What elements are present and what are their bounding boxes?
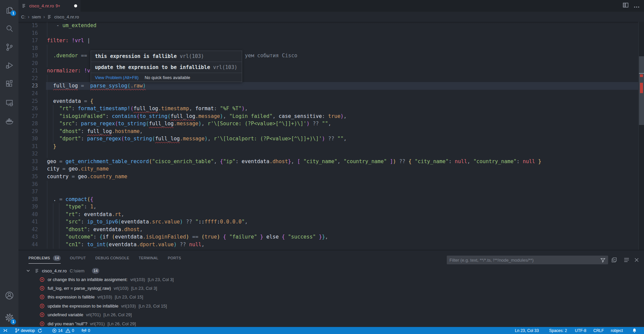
radio-tower-icon bbox=[82, 328, 87, 333]
cursor-position[interactable]: Ln 23, Col 33 bbox=[515, 327, 539, 334]
extensions-icon[interactable] bbox=[0, 76, 18, 91]
code-line-35[interactable]: 35country = geo.country_name bbox=[18, 173, 638, 181]
settings-gear-icon[interactable]: 1 bbox=[0, 310, 18, 325]
line-number: 36 bbox=[18, 181, 38, 188]
code-line-31[interactable]: 31 } bbox=[18, 143, 638, 150]
line-number: 15 bbox=[18, 22, 38, 29]
problems-filter-input[interactable]: Filter (e.g. text, **/*.ts, !**/node_mod… bbox=[447, 256, 608, 264]
line-number: 20 bbox=[18, 60, 38, 67]
breadcrumb-file[interactable]: cisco_4.nr.ro bbox=[54, 14, 79, 19]
line-number: 21 bbox=[18, 67, 38, 75]
split-editor-icon[interactable] bbox=[623, 3, 629, 9]
code-line-44[interactable]: 44 "cn1": to_int(eventdata.dport.value) … bbox=[18, 241, 638, 249]
problem-row[interactable]: this expression is falliblevrl(103)[Ln 2… bbox=[18, 293, 644, 302]
code-line-38[interactable]: 38 . = compact({ bbox=[18, 196, 638, 203]
eol-sequence[interactable]: CRLF bbox=[593, 327, 604, 334]
code-line-23[interactable]: 23 full_log = parse_syslog(.raw) bbox=[18, 82, 638, 90]
chevron-right-icon: › bbox=[43, 14, 45, 19]
line-number: 38 bbox=[18, 196, 38, 203]
line-number: 40 bbox=[18, 211, 38, 218]
breadcrumb-drive[interactable]: C: bbox=[21, 14, 25, 19]
explorer-icon[interactable]: 1 bbox=[0, 3, 18, 18]
editor-scrollbar[interactable] bbox=[638, 22, 644, 250]
language-mode[interactable]: robject bbox=[611, 327, 623, 334]
code-line-41[interactable]: 41 "src": ip_to_ipv6(eventdata.src.value… bbox=[18, 218, 638, 226]
view-problem-link[interactable]: View Problem (Alt+F8) bbox=[95, 75, 139, 80]
settings-badge: 1 bbox=[10, 319, 16, 325]
sync-icon bbox=[38, 328, 42, 333]
code-line-30[interactable]: 30 "dport": parse_regex(to_string(full_l… bbox=[18, 135, 638, 143]
code-line-32[interactable]: 32 bbox=[18, 150, 638, 158]
panel-tabs: PROBLEMS14 OUTPUT DEBUG CONSOLE TERMINAL… bbox=[29, 254, 191, 262]
tab-terminal[interactable]: TERMINAL bbox=[139, 254, 158, 262]
tab-cisco-file[interactable]: cisco_4.nr.ro 9+ bbox=[18, 0, 80, 12]
file-icon bbox=[47, 14, 52, 19]
error-icon bbox=[40, 312, 45, 317]
breadcrumb-folder[interactable]: siem bbox=[32, 14, 41, 19]
ports-status[interactable]: 0 bbox=[82, 327, 90, 334]
code-line-34[interactable]: 34city = geo.city_name bbox=[18, 165, 638, 173]
problems-status[interactable]: 14 0 bbox=[52, 327, 74, 334]
code-line-16[interactable]: 16 bbox=[18, 29, 638, 37]
account-icon[interactable] bbox=[0, 288, 18, 303]
problem-row[interactable]: full_log, err = parse_syslog(.raw)vrl(10… bbox=[18, 284, 644, 292]
quick-fix-hint: No quick fixes available bbox=[145, 75, 190, 80]
git-branch-status[interactable]: develop bbox=[15, 327, 42, 334]
remote-explorer-icon[interactable] bbox=[0, 95, 18, 111]
code-line-26[interactable]: 26 "rt": format_timestamp!(full_log.time… bbox=[18, 105, 638, 113]
indentation[interactable]: Spaces: 2 bbox=[549, 327, 567, 334]
line-number: 26 bbox=[18, 105, 38, 113]
code-line-28[interactable]: 28 "src": parse_regex(to_string(full_log… bbox=[18, 120, 638, 128]
code-line-15[interactable]: 15 - um_extended bbox=[18, 22, 638, 29]
docker-icon[interactable] bbox=[0, 114, 18, 129]
code-line-25[interactable]: 25 eventdata = { bbox=[18, 97, 638, 105]
line-number: 19 bbox=[18, 52, 38, 60]
status-bar: develop 14 0 0 Ln 23, Col 33 Spaces: 2 U… bbox=[0, 327, 644, 334]
code-line-36[interactable]: 36 bbox=[18, 181, 638, 188]
code-line-29[interactable]: 29 "dhost": full_log.hostname, bbox=[18, 128, 638, 135]
problem-row[interactable]: undefined variablevrl(701)[Ln 26, Col 29… bbox=[18, 311, 644, 319]
run-debug-icon[interactable] bbox=[0, 58, 18, 73]
search-icon[interactable] bbox=[0, 21, 18, 36]
breadcrumb: C: › siem › cisco_4.nr.ro bbox=[18, 12, 644, 22]
line-number: 23 bbox=[18, 82, 38, 90]
line-number: 37 bbox=[18, 188, 38, 196]
code-line-17[interactable]: 17filter: !vrl | bbox=[18, 37, 638, 45]
code-line-24[interactable]: 24 bbox=[18, 90, 638, 97]
problem-row[interactable]: update the expression to be infalliblevr… bbox=[18, 302, 644, 310]
line-number: 28 bbox=[18, 120, 38, 128]
tab-problems[interactable]: PROBLEMS14 bbox=[29, 254, 61, 262]
warning-icon bbox=[65, 328, 70, 333]
tab-output[interactable]: OUTPUT bbox=[70, 254, 86, 262]
close-panel-icon[interactable] bbox=[632, 256, 641, 264]
code-line-42[interactable]: 42 "dhost": eventdata.dhost, bbox=[18, 226, 638, 233]
encoding[interactable]: UTF-8 bbox=[575, 327, 586, 334]
hover-diagnostics-tooltip: this expression is fallible vrl(103) upd… bbox=[91, 51, 242, 82]
error-icon bbox=[40, 277, 45, 282]
view-as-table-icon[interactable] bbox=[622, 256, 631, 264]
tab-dirty-dot[interactable] bbox=[74, 4, 77, 7]
line-number: 27 bbox=[18, 113, 38, 120]
code-line-43[interactable]: 43 "outcome": {if (eventdata.isLoginFail… bbox=[18, 233, 638, 241]
code-line-40[interactable]: 40 "rt": eventdata.rt, bbox=[18, 211, 638, 218]
problem-row[interactable]: or change this to an infallible assignme… bbox=[18, 275, 644, 284]
tab-ports[interactable]: PORTS bbox=[168, 254, 181, 262]
filter-funnel-icon bbox=[600, 258, 605, 263]
code-line-27[interactable]: 27 "isLoginFailed": contains(to_string(f… bbox=[18, 113, 638, 120]
notifications-bell-icon[interactable] bbox=[632, 327, 637, 334]
code-line-39[interactable]: 39 "type": 1, bbox=[18, 203, 638, 211]
tab-debug-console[interactable]: DEBUG CONSOLE bbox=[95, 254, 129, 262]
chevron-down-icon bbox=[26, 269, 30, 273]
collapse-all-icon[interactable] bbox=[610, 256, 619, 264]
problems-file-row[interactable]: cisco_4.nr.ro C:\siem 14 bbox=[18, 266, 644, 275]
more-actions-icon[interactable] bbox=[634, 3, 639, 9]
error-icon bbox=[40, 304, 45, 309]
error-overview-mark bbox=[640, 74, 643, 77]
code-line-33[interactable]: 33geo = get_enrichment_table_record("cis… bbox=[18, 158, 638, 165]
tab-bar: cisco_4.nr.ro 9+ bbox=[18, 0, 644, 12]
problems-panel: PROBLEMS14 OUTPUT DEBUG CONSOLE TERMINAL… bbox=[18, 250, 644, 327]
remote-indicator[interactable] bbox=[3, 327, 8, 334]
code-line-37[interactable]: 37 bbox=[18, 188, 638, 196]
line-number: 39 bbox=[18, 203, 38, 211]
source-control-icon[interactable] bbox=[0, 40, 18, 55]
